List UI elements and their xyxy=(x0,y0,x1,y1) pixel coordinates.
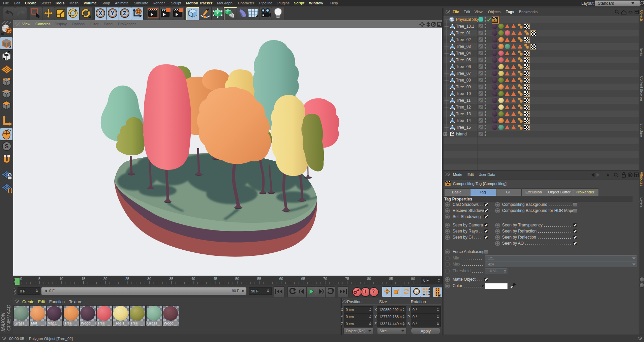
svg-text:60: 60 xyxy=(279,277,283,281)
svg-text:90: 90 xyxy=(411,277,415,281)
svg-text:40: 40 xyxy=(191,277,195,281)
svg-text:80: 80 xyxy=(367,277,371,281)
svg-text:55: 55 xyxy=(257,277,261,281)
svg-text:35: 35 xyxy=(169,277,173,281)
svg-text:5: 5 xyxy=(38,277,40,281)
svg-text:65: 65 xyxy=(301,277,305,281)
svg-text:X: X xyxy=(99,10,102,16)
svg-text:75: 75 xyxy=(345,277,349,281)
svg-text:20: 20 xyxy=(103,277,108,281)
svg-text:45: 45 xyxy=(213,277,217,281)
svg-text:70: 70 xyxy=(323,277,327,281)
svg-text:Y: Y xyxy=(111,10,115,16)
svg-text:30: 30 xyxy=(147,277,151,281)
svg-text:85: 85 xyxy=(389,277,393,281)
svg-text:10: 10 xyxy=(59,277,63,281)
svg-text:P: P xyxy=(415,289,418,294)
svg-text:S: S xyxy=(5,143,8,150)
svg-text:0: 0 xyxy=(20,277,22,281)
svg-text:50: 50 xyxy=(235,277,239,281)
svg-text:25: 25 xyxy=(125,277,129,281)
svg-text:15: 15 xyxy=(81,277,85,281)
svg-text:Z: Z xyxy=(123,10,126,16)
